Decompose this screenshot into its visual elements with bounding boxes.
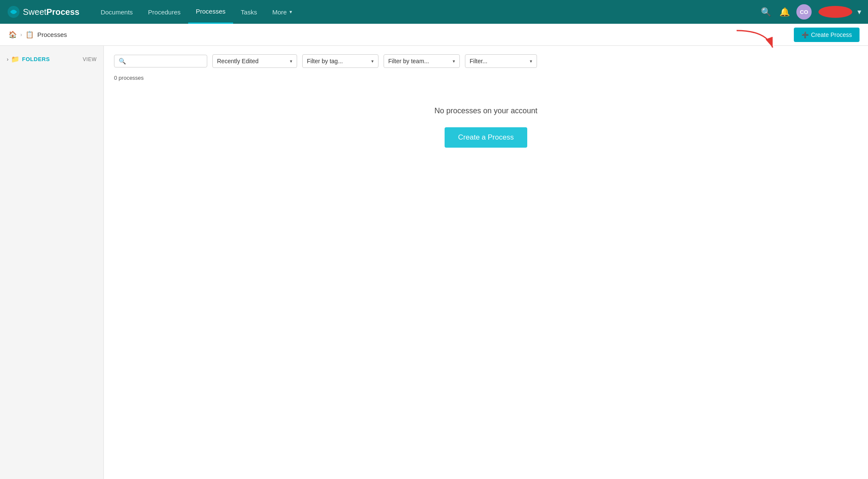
empty-state: No processes on your account Create a Pr… [114,106,858,148]
empty-state-message: No processes on your account [434,106,537,115]
sidebar: › 📁 FOLDERS VIEW [0,46,104,479]
tag-filter-dropdown[interactable]: Filter by tag... ▾ [302,54,378,68]
folders-toggle[interactable]: › 📁 FOLDERS [7,55,50,63]
user-avatar[interactable]: CO [796,4,812,20]
extra-filter-dropdown[interactable]: Filter... ▾ [465,54,537,68]
create-process-button[interactable]: ➕ Create Process [794,28,860,42]
home-breadcrumb[interactable]: 🏠 [8,31,17,39]
sort-dropdown[interactable]: Recently Edited ▾ [212,54,297,68]
breadcrumb-current-page: Processes [37,31,67,38]
chevron-right-icon: › [7,56,8,62]
account-dropdown-button[interactable]: ▾ [857,7,861,17]
nav-processes[interactable]: Processes [188,0,233,24]
extra-dropdown-arrow: ▾ [530,59,532,64]
search-icon-button[interactable]: 🔍 [759,5,773,19]
red-ellipse-annotation [818,6,852,18]
nav-more[interactable]: More ▾ [264,0,299,24]
process-count: 0 processes [114,75,858,81]
nav-links: Documents Procedures Processes Tasks Mor… [93,0,759,24]
nav-right-actions: 🔍 🔔 CO ▾ [759,4,861,20]
breadcrumb-separator: › [20,32,22,38]
tag-dropdown-arrow: ▾ [371,59,374,64]
content-area: 🔍 Recently Edited ▾ Filter by tag... ▾ F… [104,46,868,479]
team-dropdown-arrow: ▾ [453,59,455,64]
logo[interactable]: SweetProcess [7,5,79,19]
plus-icon: ➕ [801,31,809,38]
processes-breadcrumb-icon: 📋 [25,31,34,39]
nav-tasks[interactable]: Tasks [233,0,264,24]
create-a-process-button[interactable]: Create a Process [445,127,527,148]
folder-icon: 📁 [11,55,19,63]
search-box: 🔍 [114,55,207,67]
folders-label: FOLDERS [22,56,50,62]
folders-row: › 📁 FOLDERS VIEW [0,53,103,66]
main-layout: › 📁 FOLDERS VIEW 🔍 Recently Edited ▾ [0,46,868,479]
team-filter-dropdown[interactable]: Filter by team... ▾ [384,54,460,68]
logo-text: SweetProcess [23,7,79,17]
breadcrumb: 🏠 › 📋 Processes [8,31,67,39]
sort-dropdown-arrow: ▾ [290,59,292,64]
chevron-down-icon: ▾ [289,9,292,15]
filter-bar: 🔍 Recently Edited ▾ Filter by tag... ▾ F… [114,54,858,68]
view-label[interactable]: VIEW [83,56,97,62]
breadcrumb-bar: 🏠 › 📋 Processes ➕ Create Process [0,24,868,46]
top-navigation: SweetProcess Documents Procedures Proces… [0,0,868,24]
nav-procedures[interactable]: Procedures [140,0,188,24]
search-icon: 🔍 [119,58,126,64]
notification-icon-button[interactable]: 🔔 [778,5,791,19]
search-input[interactable] [128,58,203,64]
nav-documents[interactable]: Documents [93,0,140,24]
